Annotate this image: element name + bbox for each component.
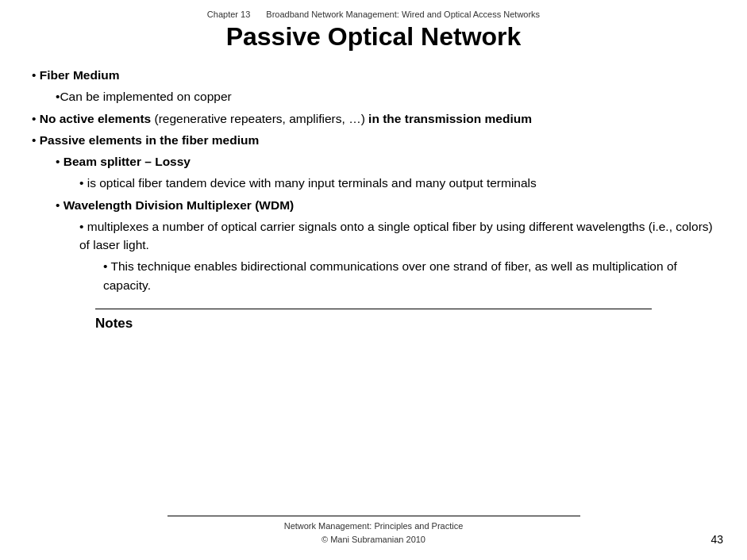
header-area: Chapter 13 Broadband Network Management:…	[0, 0, 747, 19]
footer-line1: Network Management: Principles and Pract…	[284, 521, 464, 531]
slide-container: Chapter 13 Broadband Network Management:…	[0, 0, 747, 560]
notes-divider-top	[95, 309, 652, 309]
bullet-9: • This technique enables bidirectional c…	[103, 257, 715, 294]
bullet-6: • is optical fiber tandem device with ma…	[79, 174, 714, 192]
bullet-2: •Can be implemented on copper	[56, 87, 715, 105]
bullet-2-text: •Can be implemented on copper	[56, 90, 232, 103]
footer-area: Network Management: Principles and Pract…	[0, 516, 747, 546]
notes-label: Notes	[95, 316, 652, 332]
content-area: • Fiber Medium •Can be implemented on co…	[0, 66, 747, 294]
footer-divider	[167, 516, 580, 516]
bullet-8-text: • multiplexes a number of optical carrie…	[79, 220, 713, 251]
bullet-7-text: • Wavelength Division Multiplexer (WDM)	[56, 198, 294, 212]
chapter-label: Chapter 13	[207, 10, 250, 19]
slide-title: Passive Optical Network	[0, 22, 747, 52]
header-subtitle: Broadband Network Management: Wired and …	[266, 10, 540, 19]
bullet-7: • Wavelength Division Multiplexer (WDM)	[56, 196, 715, 214]
notes-section: Notes	[95, 309, 652, 332]
bullet-1: • Fiber Medium	[32, 66, 715, 84]
bullet-5-text: • Beam splitter – Lossy	[56, 155, 191, 168]
bullet-4-text: • Passive elements in the fiber medium	[32, 133, 259, 147]
page-number: 43	[710, 533, 723, 546]
bullet-9-text: • This technique enables bidirectional c…	[103, 259, 677, 291]
bullet-8: • multiplexes a number of optical carrie…	[79, 217, 715, 255]
bullet-6-text: • is optical fiber tandem device with ma…	[79, 176, 537, 190]
bullet-3: • No active elements (regenerative repea…	[32, 109, 715, 128]
bullet-4: • Passive elements in the fiber medium	[32, 131, 715, 149]
bullet-1-text: • Fiber Medium	[32, 68, 120, 82]
bullet-3-text: • No active elements (regenerative repea…	[32, 112, 532, 125]
bullet-5: • Beam splitter – Lossy	[56, 152, 715, 171]
footer-line2: © Mani Subramanian 2010	[322, 535, 425, 544]
footer-text: Network Management: Principles and Pract…	[284, 520, 464, 546]
